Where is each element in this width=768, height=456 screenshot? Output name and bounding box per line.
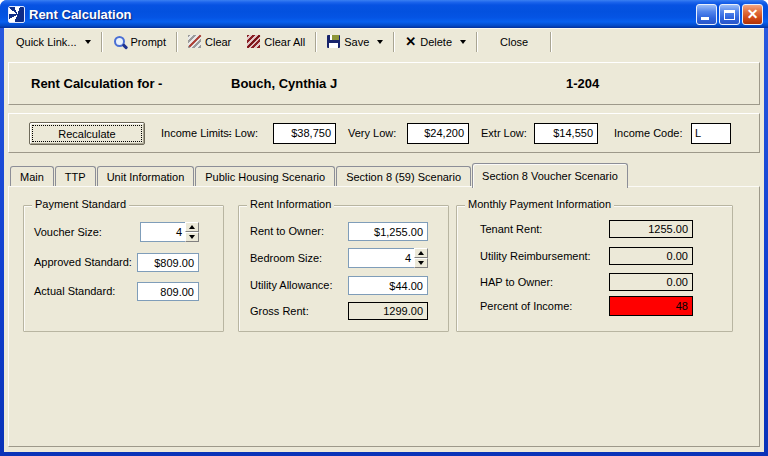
- save-button[interactable]: Save: [319, 32, 391, 51]
- low-value-field: $38,750: [273, 123, 336, 144]
- header-panel: Rent Calculation for - Bouch, Cynthia J …: [8, 62, 760, 105]
- delete-label: Delete: [420, 36, 452, 48]
- very-low-label: Very Low:: [348, 127, 396, 139]
- bedroom-size-down-button[interactable]: [414, 258, 428, 268]
- close-form-button[interactable]: Close: [480, 33, 548, 51]
- toolbar-separator: [393, 32, 395, 52]
- rent-information-title: Rent Information: [247, 198, 334, 210]
- toolbar-separator: [476, 32, 478, 52]
- income-code-label: Income Code:: [614, 127, 682, 139]
- bedroom-size-value[interactable]: 4: [348, 248, 414, 268]
- voucher-size-label: Voucher Size:: [34, 226, 102, 238]
- tenant-rent-field: 1255.00: [609, 220, 693, 238]
- tab-unit-information[interactable]: Unit Information: [97, 166, 195, 186]
- tab-main[interactable]: Main: [10, 166, 54, 186]
- bedroom-size-stepper[interactable]: 4: [348, 248, 428, 268]
- eraser-all-icon: [247, 35, 260, 48]
- close-form-label: Close: [500, 36, 528, 48]
- maximize-icon: [724, 10, 735, 20]
- voucher-size-value[interactable]: 4: [140, 222, 185, 242]
- utility-allowance-input[interactable]: $44.00: [348, 276, 428, 295]
- eraser-icon: [188, 35, 201, 48]
- unit-number: 1-204: [566, 76, 599, 91]
- toolbar-separator: [315, 32, 317, 52]
- tenant-rent-label: Tenant Rent:: [480, 223, 542, 235]
- approved-standard-label: Approved Standard:: [34, 256, 132, 268]
- magnifier-icon: [113, 35, 127, 49]
- prompt-label: Prompt: [131, 36, 166, 48]
- toolbar-separator: [176, 32, 178, 52]
- toolbar: Quick Link... Prompt Clear Clear All Sav…: [4, 28, 764, 54]
- monthly-payment-group: Monthly Payment Information Tenant Rent:…: [456, 205, 733, 332]
- income-code-field: L: [691, 123, 731, 144]
- app-icon: [8, 6, 25, 23]
- hap-to-owner-label: HAP to Owner:: [480, 276, 553, 288]
- rent-to-owner-input[interactable]: $1,255.00: [348, 222, 428, 241]
- close-button[interactable]: ✕: [742, 4, 763, 25]
- tenant-name: Bouch, Cynthia J: [231, 76, 337, 91]
- bedroom-size-up-button[interactable]: [414, 248, 428, 258]
- clear-label: Clear: [205, 36, 231, 48]
- voucher-size-up-button[interactable]: [185, 222, 199, 232]
- quick-link-button[interactable]: Quick Link...: [8, 33, 99, 51]
- chevron-down-icon: [460, 40, 466, 44]
- utility-reimbursement-field: 0.00: [609, 247, 693, 265]
- down-arrow-icon: [418, 261, 424, 265]
- chevron-down-icon: [377, 40, 383, 44]
- rent-to-owner-label: Rent to Owner:: [250, 225, 324, 237]
- window-title: Rent Calculation: [29, 7, 696, 22]
- tab-section-8-voucher-scenario[interactable]: Section 8 Voucher Scenario: [472, 163, 628, 188]
- page-title: Rent Calculation for -: [31, 76, 162, 91]
- down-arrow-icon: [189, 235, 195, 239]
- quick-link-label: Quick Link...: [16, 36, 77, 48]
- prompt-button[interactable]: Prompt: [105, 32, 174, 52]
- maximize-button[interactable]: [719, 4, 740, 25]
- approved-standard-input[interactable]: $809.00: [137, 253, 199, 272]
- extr-low-label: Extr Low:: [481, 127, 527, 139]
- rent-information-group: Rent Information Rent to Owner: $1,255.0…: [238, 205, 449, 332]
- close-icon: ✕: [743, 5, 762, 24]
- rent-calculation-window: Rent Calculation ✕ Quick Link... Prompt …: [0, 0, 768, 456]
- gross-rent-field: 1299.00: [348, 302, 428, 320]
- window-body: Quick Link... Prompt Clear Clear All Sav…: [4, 28, 764, 452]
- up-arrow-icon: [189, 225, 195, 229]
- income-limits-label: Income Limits:: [161, 127, 232, 139]
- payment-standard-group: Payment Standard Voucher Size: 4 Approve…: [23, 205, 224, 332]
- minimize-button[interactable]: [696, 4, 717, 25]
- percent-of-income-field: 48: [609, 296, 693, 316]
- clear-all-button[interactable]: Clear All: [239, 32, 313, 51]
- gross-rent-label: Gross Rent:: [250, 305, 309, 317]
- utility-allowance-label: Utility Allowance:: [250, 279, 333, 291]
- clear-all-label: Clear All: [264, 36, 305, 48]
- utility-reimbursement-label: Utility Reimbursement:: [480, 250, 591, 262]
- chevron-down-icon: [85, 40, 91, 44]
- hap-to-owner-field: 0.00: [609, 273, 693, 291]
- clear-button[interactable]: Clear: [180, 32, 239, 51]
- actual-standard-input[interactable]: 809.00: [137, 282, 199, 301]
- tab-section-8-59-scenario[interactable]: Section 8 (59) Scenario: [336, 166, 471, 186]
- voucher-size-stepper[interactable]: 4: [140, 222, 199, 242]
- toolbar-separator: [550, 32, 552, 52]
- up-arrow-icon: [418, 251, 424, 255]
- x-icon: ✕: [405, 35, 416, 48]
- voucher-size-down-button[interactable]: [185, 232, 199, 242]
- income-limits-panel: Recalculate Income Limits: - Low: $38,75…: [8, 113, 760, 153]
- extr-low-value-field: $14,550: [534, 123, 598, 144]
- payment-standard-title: Payment Standard: [32, 198, 129, 210]
- delete-button[interactable]: ✕ Delete: [397, 32, 474, 51]
- titlebar: Rent Calculation ✕: [0, 0, 768, 28]
- floppy-disk-icon: [327, 35, 340, 48]
- tab-page: Payment Standard Voucher Size: 4 Approve…: [8, 186, 760, 447]
- recalculate-button[interactable]: Recalculate: [29, 122, 145, 145]
- toolbar-separator: [101, 32, 103, 52]
- tab-public-housing-scenario[interactable]: Public Housing Scenario: [195, 166, 335, 186]
- tab-ttp[interactable]: TTP: [55, 166, 96, 186]
- very-low-value-field: $24,200: [407, 123, 469, 144]
- low-label: - Low:: [228, 127, 258, 139]
- percent-of-income-label: Percent of Income:: [480, 300, 572, 312]
- minimize-icon: [701, 17, 709, 20]
- monthly-payment-title: Monthly Payment Information: [465, 198, 614, 210]
- save-label: Save: [344, 36, 369, 48]
- bedroom-size-label: Bedroom Size:: [250, 252, 322, 264]
- actual-standard-label: Actual Standard:: [34, 285, 115, 297]
